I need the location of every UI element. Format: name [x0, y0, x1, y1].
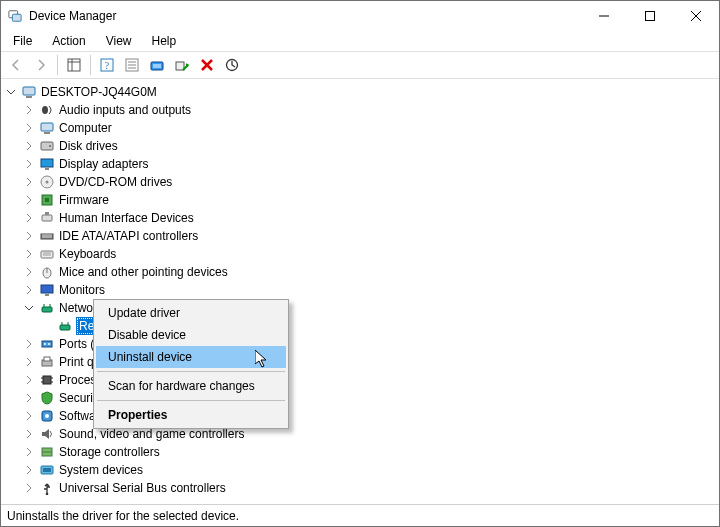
category-icon — [39, 408, 55, 424]
chevron-down-icon[interactable] — [5, 86, 17, 98]
menu-view[interactable]: View — [98, 33, 140, 49]
category-label: Display adapters — [59, 157, 148, 171]
menu-help[interactable]: Help — [144, 33, 185, 49]
chevron-right-icon[interactable] — [23, 176, 35, 188]
tree-category[interactable]: DVD/CD-ROM drives — [23, 173, 717, 191]
context-menu: Update driver Disable device Uninstall d… — [93, 299, 289, 429]
ctx-disable-device[interactable]: Disable device — [96, 324, 286, 346]
tree-category[interactable]: Computer — [23, 119, 717, 137]
chevron-right-icon[interactable] — [23, 230, 35, 242]
tree-category[interactable]: Storage controllers — [23, 443, 717, 461]
chevron-right-icon[interactable] — [23, 158, 35, 170]
tree-category[interactable]: Keyboards — [23, 245, 717, 263]
chevron-right-icon[interactable] — [23, 482, 35, 494]
svg-rect-6 — [68, 59, 80, 71]
tree-category[interactable]: Universal Serial Bus controllers — [23, 479, 717, 497]
category-label: Human Interface Devices — [59, 211, 194, 225]
category-icon — [39, 120, 55, 136]
tree-category[interactable]: Monitors — [23, 281, 717, 299]
properties-button[interactable] — [120, 53, 144, 77]
svg-rect-55 — [43, 376, 51, 384]
svg-rect-24 — [41, 142, 53, 150]
category-label: Disk drives — [59, 139, 118, 153]
scan-hardware-button[interactable] — [220, 53, 244, 77]
tree-category[interactable]: Disk drives — [23, 137, 717, 155]
tree-category[interactable]: Display adapters — [23, 155, 717, 173]
device-tree-area[interactable]: DESKTOP-JQ44G0M Audio inputs and outputs… — [1, 79, 719, 504]
window-title: Device Manager — [29, 9, 581, 23]
ctx-scan-hardware[interactable]: Scan for hardware changes — [96, 375, 286, 397]
chevron-right-icon[interactable] — [23, 356, 35, 368]
window-controls — [581, 1, 719, 31]
tree-category[interactable]: Human Interface Devices — [23, 209, 717, 227]
menu-file[interactable]: File — [5, 33, 40, 49]
category-icon — [39, 372, 55, 388]
category-icon — [39, 138, 55, 154]
toolbar-separator — [57, 55, 58, 75]
ctx-separator — [97, 371, 285, 372]
chevron-right-icon[interactable] — [23, 446, 35, 458]
svg-text:?: ? — [105, 60, 110, 71]
svg-rect-27 — [45, 168, 49, 170]
chevron-right-icon[interactable] — [23, 122, 35, 134]
chevron-right-icon[interactable] — [23, 140, 35, 152]
tree-category[interactable]: System devices — [23, 461, 717, 479]
chevron-right-icon[interactable] — [23, 464, 35, 476]
toolbar-separator — [90, 55, 91, 75]
chevron-right-icon[interactable] — [23, 194, 35, 206]
tree-category[interactable]: IDE ATA/ATAPI controllers — [23, 227, 717, 245]
maximize-button[interactable] — [627, 1, 673, 31]
update-driver-button[interactable] — [145, 53, 169, 77]
status-text: Uninstalls the driver for the selected d… — [7, 509, 239, 523]
chevron-right-icon[interactable] — [23, 410, 35, 422]
help-button[interactable]: ? — [95, 53, 119, 77]
tree-category[interactable]: Mice and other pointing devices — [23, 263, 717, 281]
svg-rect-19 — [23, 87, 35, 95]
close-button[interactable] — [673, 1, 719, 31]
app-icon — [7, 8, 23, 24]
chevron-right-icon[interactable] — [23, 284, 35, 296]
show-hide-tree-button[interactable] — [62, 53, 86, 77]
chevron-down-icon[interactable] — [23, 302, 35, 314]
tree-root[interactable]: DESKTOP-JQ44G0M — [5, 83, 717, 101]
tree-root-label: DESKTOP-JQ44G0M — [41, 85, 157, 99]
svg-rect-16 — [153, 64, 161, 68]
category-icon — [39, 102, 55, 118]
minimize-button[interactable] — [581, 1, 627, 31]
chevron-right-icon[interactable] — [23, 428, 35, 440]
chevron-right-icon[interactable] — [23, 338, 35, 350]
chevron-right-icon[interactable] — [23, 248, 35, 260]
svg-rect-43 — [45, 294, 49, 296]
category-label: Universal Serial Bus controllers — [59, 481, 226, 495]
category-label: Storage controllers — [59, 445, 160, 459]
toolbar: ? — [1, 51, 719, 79]
svg-rect-31 — [45, 198, 49, 202]
category-icon — [39, 264, 55, 280]
chevron-right-icon[interactable] — [23, 266, 35, 278]
uninstall-device-button[interactable] — [195, 53, 219, 77]
category-icon — [39, 300, 55, 316]
chevron-right-icon[interactable] — [23, 104, 35, 116]
disable-device-button[interactable] — [170, 53, 194, 77]
ctx-properties[interactable]: Properties — [96, 404, 286, 426]
menubar: File Action View Help — [1, 31, 719, 51]
ctx-uninstall-device[interactable]: Uninstall device — [96, 346, 286, 368]
chevron-right-icon[interactable] — [23, 392, 35, 404]
back-button[interactable] — [4, 53, 28, 77]
svg-rect-44 — [42, 307, 52, 312]
svg-point-29 — [46, 181, 49, 184]
chevron-right-icon[interactable] — [23, 212, 35, 224]
network-device-icon — [57, 318, 73, 334]
tree-category[interactable]: Firmware — [23, 191, 717, 209]
menu-action[interactable]: Action — [44, 33, 93, 49]
statusbar: Uninstalls the driver for the selected d… — [1, 504, 719, 526]
category-icon — [39, 462, 55, 478]
forward-button[interactable] — [29, 53, 53, 77]
chevron-right-icon[interactable] — [23, 374, 35, 386]
svg-point-61 — [45, 414, 49, 418]
svg-rect-33 — [45, 212, 49, 215]
category-label: Sound, video and game controllers — [59, 427, 244, 441]
ctx-update-driver[interactable]: Update driver — [96, 302, 286, 324]
category-icon — [39, 282, 55, 298]
tree-category[interactable]: Audio inputs and outputs — [23, 101, 717, 119]
